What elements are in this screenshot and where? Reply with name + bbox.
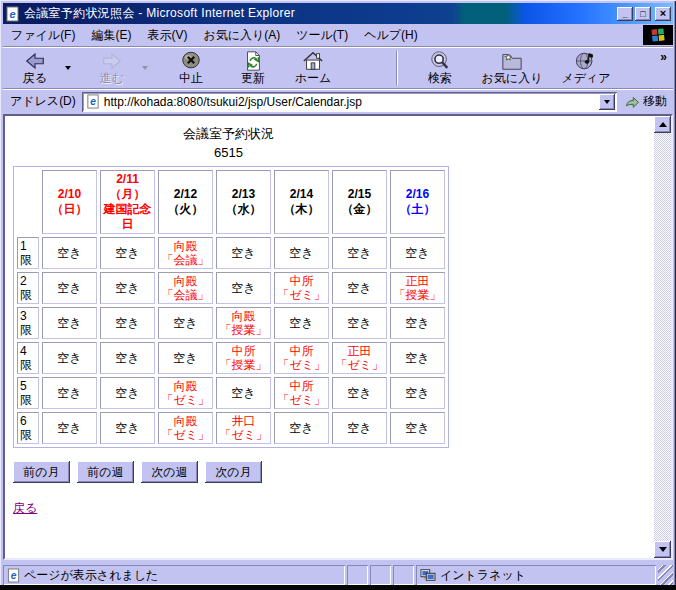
- calendar-cell: 中所 「授業」: [216, 342, 271, 374]
- address-url[interactable]: http://kohada:8080/tsukui2/jsp/User/Cale…: [104, 95, 599, 109]
- calendar-cell: 空き: [332, 307, 387, 339]
- toolbar: 戻る 進む 中止 更新 ホーム 検索 お気に入り: [3, 46, 673, 88]
- day-header-thu: 2/14 （木）: [274, 170, 329, 234]
- calendar-cell: 空き: [158, 307, 213, 339]
- calendar-cell: 空き: [390, 342, 445, 374]
- calendar-cell: 向殿 「ゼミ」: [158, 377, 213, 409]
- close-button[interactable]: ×: [655, 7, 671, 21]
- calendar-cell: 空き: [274, 237, 329, 269]
- calendar-cell: 空き: [100, 237, 155, 269]
- calendar-cell: 空き: [100, 272, 155, 304]
- calendar-cell: 向殿 「授業」: [216, 307, 271, 339]
- forward-arrow-icon: [100, 50, 124, 72]
- calendar-cell: 空き: [216, 272, 271, 304]
- resize-grip[interactable]: [658, 565, 673, 585]
- room-number: 6515: [5, 145, 452, 160]
- page-title: 会議室予約状況: [5, 125, 452, 143]
- period-label: 2限: [17, 272, 39, 304]
- prev-week-button[interactable]: 前の週: [77, 461, 134, 483]
- go-button-label: 移動: [643, 93, 667, 110]
- minimize-button[interactable]: _: [617, 7, 633, 21]
- maximize-button[interactable]: □: [635, 7, 651, 21]
- table-corner: [17, 170, 39, 234]
- media-button[interactable]: メディア: [554, 49, 618, 87]
- period-label: 4限: [17, 342, 39, 374]
- address-label: アドレス(D): [10, 93, 76, 110]
- day-header-wed: 2/13 （水）: [216, 170, 271, 234]
- scroll-up-button[interactable]: [654, 116, 671, 133]
- calendar-cell: 空き: [100, 412, 155, 444]
- menu-item-view[interactable]: 表示(V): [139, 24, 195, 47]
- browser-viewport: 会議室予約状況 6515 2/10 （日） 2/11 （月） 建国記念 日 2/…: [3, 114, 673, 560]
- menu-item-file[interactable]: ファイル(F): [3, 24, 83, 47]
- go-button[interactable]: 移動: [625, 93, 667, 110]
- back-dropdown-caret[interactable]: [61, 49, 74, 87]
- calendar-cell: 向殿 「会議」: [158, 272, 213, 304]
- calendar-cell: 空き: [332, 272, 387, 304]
- home-button[interactable]: ホーム: [287, 49, 339, 87]
- calendar-cell: 空き: [390, 377, 445, 409]
- address-dropdown-button[interactable]: [599, 94, 615, 110]
- refresh-page-icon: [241, 50, 265, 72]
- search-button[interactable]: 検索: [412, 49, 468, 87]
- toolbar-overflow-chevron[interactable]: »: [660, 50, 667, 64]
- forward-button[interactable]: 進む: [86, 49, 138, 87]
- day-header-fri: 2/15 （金）: [332, 170, 387, 234]
- calendar-cell: 空き: [332, 237, 387, 269]
- table-row: 2限 空き 空き 向殿 「会議」 空き 中所 「ゼミ」 空き 正田 「授業」: [17, 272, 445, 304]
- calendar-cell: 空き: [42, 237, 97, 269]
- prev-month-button[interactable]: 前の月: [13, 461, 70, 483]
- toolbar-button-label: ホーム: [295, 72, 332, 85]
- calendar-nav-buttons: 前の月 前の週 次の週 次の月: [13, 461, 654, 483]
- stop-button[interactable]: 中止: [165, 49, 217, 87]
- scroll-down-icon: [659, 547, 667, 556]
- back-link[interactable]: 戻る: [13, 500, 37, 517]
- calendar-cell: 空き: [42, 412, 97, 444]
- scroll-down-button[interactable]: [654, 541, 671, 558]
- refresh-button[interactable]: 更新: [227, 49, 279, 87]
- ie-window-icon[interactable]: e: [5, 6, 21, 22]
- menu-item-help[interactable]: ヘルプ(H): [356, 24, 426, 47]
- calendar-cell: 向殿 「会議」: [158, 237, 213, 269]
- vertical-scrollbar[interactable]: [654, 116, 671, 558]
- calendar-cell: 空き: [390, 307, 445, 339]
- calendar-cell: 空き: [42, 342, 97, 374]
- calendar-cell: 空き: [274, 412, 329, 444]
- day-header-sat: 2/16 （土）: [390, 170, 445, 234]
- menu-item-edit[interactable]: 編集(E): [83, 24, 139, 47]
- next-week-button[interactable]: 次の週: [141, 461, 198, 483]
- window-title: 会議室予約状況照会 - Microsoft Internet Explorer: [24, 5, 617, 22]
- period-label: 1限: [17, 237, 39, 269]
- calendar-cell: 井口 「ゼミ」: [216, 412, 271, 444]
- favorites-button[interactable]: お気に入り: [476, 49, 548, 87]
- calendar-cell: 空き: [158, 342, 213, 374]
- favorites-folder-star-icon: [500, 50, 524, 72]
- calendar-cell: 中所 「ゼミ」: [274, 272, 329, 304]
- toolbar-button-label: 中止: [179, 72, 203, 85]
- forward-dropdown-caret[interactable]: [138, 49, 151, 87]
- calendar-cell: 中所 「ゼミ」: [274, 342, 329, 374]
- period-label: 6限: [17, 412, 39, 444]
- browser-window: e 会議室予約状況照会 - Microsoft Internet Explore…: [0, 0, 676, 590]
- go-arrow-icon: [625, 95, 640, 109]
- calendar-cell: 空き: [216, 237, 271, 269]
- home-house-icon: [301, 50, 325, 72]
- menu-item-favorites[interactable]: お気に入り(A): [195, 24, 288, 47]
- toolbar-button-label: 更新: [241, 72, 265, 85]
- menu-bar: ファイル(F) 編集(E) 表示(V) お気に入り(A) ツール(T) ヘルプ(…: [3, 24, 673, 46]
- address-input[interactable]: e http://kohada:8080/tsukui2/jsp/User/Ca…: [82, 92, 617, 112]
- period-label: 5限: [17, 377, 39, 409]
- next-month-button[interactable]: 次の月: [205, 461, 262, 483]
- calendar-cell: 空き: [332, 412, 387, 444]
- status-pane: [393, 565, 414, 585]
- menu-item-tools[interactable]: ツール(T): [288, 24, 356, 47]
- calendar-cell: 空き: [332, 377, 387, 409]
- search-magnifier-icon: [428, 50, 452, 72]
- calendar-cell: 空き: [100, 342, 155, 374]
- back-button[interactable]: 戻る: [9, 49, 61, 87]
- ie-page-icon: e: [7, 568, 20, 583]
- table-row: 6限 空き 空き 向殿 「ゼミ」 井口 「ゼミ」 空き 空き 空き: [17, 412, 445, 444]
- status-bar: e ページが表示されました イントラネット: [3, 562, 673, 585]
- table-row: 5限 空き 空き 向殿 「ゼミ」 空き 中所 「ゼミ」 空き 空き: [17, 377, 445, 409]
- calendar-cell: 空き: [100, 377, 155, 409]
